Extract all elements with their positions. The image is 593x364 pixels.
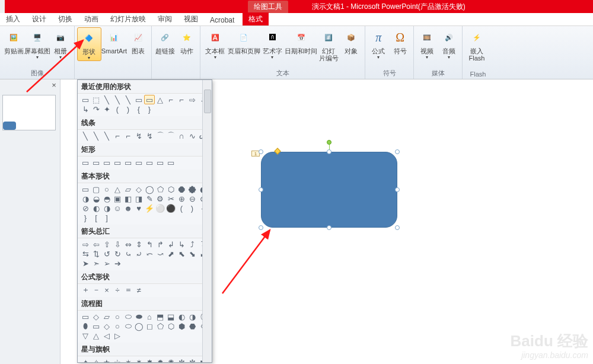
shape-swatch[interactable]: ⇕ — [133, 240, 144, 249]
shapes-button[interactable]: 🔷形状▾ — [77, 27, 101, 61]
shape-swatch[interactable]: △ — [91, 331, 101, 340]
shape-swatch[interactable]: ╲ — [112, 95, 123, 104]
shape-swatch[interactable]: ) — [187, 203, 197, 213]
shape-swatch[interactable]: ⇧ — [101, 240, 112, 249]
shape-swatch[interactable]: ⤿ — [123, 249, 133, 258]
shape-swatch[interactable]: ⌒ — [165, 131, 176, 141]
equation-button[interactable]: π公式▾ — [368, 27, 390, 60]
shape-swatch[interactable]: ▭ — [101, 158, 112, 167]
shape-swatch[interactable]: ☻ — [123, 203, 133, 213]
chart-button[interactable]: 📈图表 — [127, 27, 149, 55]
shape-swatch[interactable]: ◇ — [101, 321, 112, 331]
shape-swatch[interactable]: ( — [112, 104, 123, 114]
shape-swatch[interactable]: ⚫ — [165, 203, 176, 213]
shape-swatch[interactable]: ▭ — [112, 158, 123, 167]
shape-swatch[interactable]: ▭ — [91, 321, 101, 331]
shape-swatch[interactable]: ✂ — [165, 194, 176, 203]
action-button[interactable]: ⭐动作 — [176, 27, 198, 55]
shape-swatch[interactable]: ◨ — [133, 194, 144, 203]
resize-handle-l[interactable] — [259, 187, 263, 192]
shape-swatch[interactable]: ⬓ — [165, 312, 176, 321]
shape-swatch[interactable]: ＝ — [123, 285, 133, 295]
shape-swatch[interactable]: ÷ — [112, 285, 123, 295]
shape-swatch[interactable]: ▭ — [80, 95, 91, 104]
shape-swatch[interactable]: ↯ — [133, 131, 144, 141]
shape-swatch[interactable]: ⤴ — [187, 240, 197, 249]
shape-swatch[interactable]: ⬈ — [165, 249, 176, 258]
shape-swatch[interactable]: ✧ — [91, 357, 101, 363]
shape-swatch[interactable]: ⬒ — [155, 312, 165, 321]
shape-swatch[interactable]: ✦ — [80, 357, 91, 363]
shape-swatch[interactable]: ✺ — [165, 357, 176, 363]
tab-insert[interactable]: 插入 — [0, 12, 26, 25]
shape-swatch[interactable]: ▭ — [144, 158, 155, 167]
shape-swatch[interactable]: × — [101, 285, 112, 295]
shape-swatch[interactable]: ∩ — [176, 131, 187, 141]
resize-handle-r[interactable] — [395, 187, 400, 192]
shape-swatch[interactable]: ▱ — [123, 184, 133, 194]
rotation-handle[interactable] — [327, 140, 331, 145]
shape-swatch[interactable]: ◐ — [91, 203, 101, 213]
shape-swatch[interactable]: ⌐ — [165, 95, 176, 104]
tab-design[interactable]: 设计 — [26, 12, 52, 25]
shape-swatch[interactable]: ⊕ — [176, 194, 187, 203]
shape-swatch[interactable]: ╲ — [101, 95, 112, 104]
shape-swatch[interactable]: } — [144, 104, 155, 114]
shape-swatch[interactable]: ▭ — [155, 158, 165, 167]
shape-swatch[interactable]: ╲ — [91, 131, 101, 141]
shape-swatch[interactable]: ⊖ — [187, 194, 197, 203]
shape-swatch[interactable]: ➤ — [80, 258, 91, 268]
shape-swatch[interactable]: ] — [101, 213, 112, 222]
shape-swatch[interactable]: ⬉ — [176, 249, 187, 258]
photoalbum-button[interactable]: 📷相册▾ — [49, 27, 72, 60]
shape-swatch[interactable]: － — [91, 285, 101, 295]
textbox-button[interactable]: 🅰️文本框▾ — [203, 27, 228, 60]
gallery-scrollbar[interactable] — [202, 80, 212, 362]
hyperlink-button[interactable]: 🔗超链接 — [154, 27, 176, 55]
shape-swatch[interactable]: ▷ — [112, 331, 123, 340]
shape-swatch[interactable]: ▭ — [123, 158, 133, 167]
shape-swatch[interactable]: ✦ — [101, 104, 112, 114]
smartart-button[interactable]: 📊SmartArt — [101, 27, 127, 55]
shape-swatch[interactable]: ▣ — [112, 194, 123, 203]
shape-swatch[interactable]: ↳ — [176, 240, 187, 249]
shape-swatch[interactable]: ) — [123, 104, 133, 114]
shape-swatch[interactable]: ☆ — [112, 357, 123, 363]
shape-swatch[interactable]: ◑ — [80, 194, 91, 203]
symbol-button[interactable]: Ω符号 — [390, 27, 412, 55]
shape-swatch[interactable]: ▭ — [133, 158, 144, 167]
shape-swatch[interactable]: ○ — [112, 321, 123, 331]
object-button[interactable]: 📦对象 — [340, 27, 362, 55]
shape-swatch[interactable]: ⌐ — [123, 131, 133, 141]
shape-swatch[interactable]: ╲ — [101, 131, 112, 141]
shape-swatch[interactable]: ⬠ — [155, 321, 165, 331]
shape-swatch[interactable]: ↺ — [101, 249, 112, 258]
tab-slideshow[interactable]: 幻灯片放映 — [104, 12, 152, 25]
shape-swatch[interactable]: ↳ — [80, 104, 91, 114]
shape-swatch[interactable]: ✎ — [144, 194, 155, 203]
shape-swatch[interactable]: ⬭ — [123, 321, 133, 331]
resize-handle-bl[interactable] — [259, 225, 263, 230]
shape-swatch[interactable]: ▽ — [80, 331, 91, 340]
video-button[interactable]: 🎞️视频▾ — [416, 27, 438, 60]
shape-swatch[interactable]: ⌒ — [155, 131, 165, 141]
shape-swatch[interactable]: ╲ — [80, 131, 91, 141]
shape-swatch[interactable]: ○ — [101, 184, 112, 194]
close-pane-button[interactable]: × — [49, 81, 59, 90]
shape-swatch[interactable]: ◑ — [101, 203, 112, 213]
shape-swatch[interactable]: ▭ — [91, 158, 101, 167]
shape-swatch[interactable]: ⚡ — [144, 203, 155, 213]
shape-swatch[interactable]: ⬮ — [80, 321, 91, 331]
audio-button[interactable]: 🔊音频▾ — [438, 27, 460, 60]
resize-handle-tl[interactable] — [259, 149, 263, 154]
shape-swatch[interactable]: ⬣ — [187, 321, 197, 331]
shape-swatch[interactable]: ▱ — [101, 312, 112, 321]
shape-swatch[interactable]: ♥ — [133, 203, 144, 213]
shape-swatch[interactable]: ↲ — [165, 240, 176, 249]
shape-swatch[interactable]: ⇅ — [91, 249, 101, 258]
clipart-button[interactable]: 🖼️剪贴画 — [2, 27, 25, 55]
tab-format[interactable]: 格式 — [243, 12, 269, 25]
tab-transitions[interactable]: 切换 — [52, 12, 78, 25]
shape-swatch[interactable]: ⌐ — [176, 95, 187, 104]
shape-swatch[interactable]: ⬢ — [176, 321, 187, 331]
